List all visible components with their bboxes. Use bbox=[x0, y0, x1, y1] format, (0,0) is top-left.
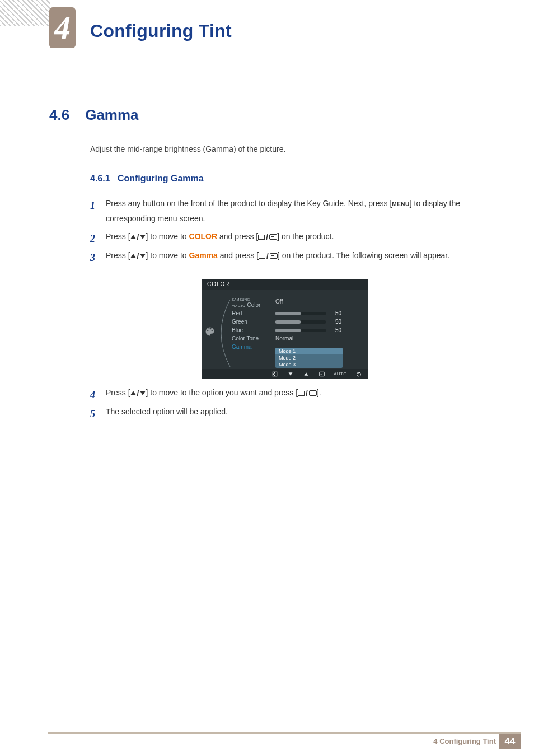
step-text: ] to move to the option you want and pre… bbox=[146, 388, 298, 397]
slider-bar bbox=[275, 312, 326, 315]
section-title: Gamma bbox=[85, 106, 138, 124]
step-number: 4 bbox=[90, 385, 95, 404]
up-down-icon: / bbox=[130, 230, 146, 245]
osd-row-green: Green 50 bbox=[232, 318, 358, 326]
step-text: and press [ bbox=[217, 232, 258, 241]
slider-bar bbox=[275, 329, 326, 332]
up-down-icon: / bbox=[130, 386, 146, 401]
step-number: 3 bbox=[90, 248, 95, 267]
highlight-word: Gamma bbox=[189, 251, 218, 260]
osd-option: Mode 2 bbox=[275, 354, 343, 361]
section-number: 4.6 bbox=[49, 106, 69, 124]
osd-magic-value: Off bbox=[275, 298, 309, 305]
auto-label: AUTO bbox=[334, 371, 347, 376]
highlight-word: COLOR bbox=[189, 232, 218, 241]
up-down-icon: / bbox=[130, 249, 146, 264]
osd-value: 50 bbox=[330, 327, 341, 333]
source-enter-icon: / bbox=[259, 249, 278, 264]
osd-label: Blue bbox=[232, 327, 275, 333]
step-text: The selected option will be applied. bbox=[106, 407, 228, 416]
step-list: 1 Press any button on the front of the p… bbox=[90, 196, 502, 267]
step-4: 4 Press [/] to move to the option you wa… bbox=[90, 385, 502, 401]
step-text: Press [ bbox=[106, 251, 130, 260]
osd-row-blue: Blue 50 bbox=[232, 326, 358, 334]
osd-magic-label: SAMSUNG MAGIC Color bbox=[232, 296, 275, 308]
osd-footer: AUTO bbox=[202, 369, 368, 379]
osd-row-magic: SAMSUNG MAGIC Color Off bbox=[232, 297, 358, 306]
osd-row-colortone: Color Tone Normal bbox=[232, 334, 358, 343]
page-footer: 4 Configuring Tint 44 bbox=[48, 732, 521, 748]
footer-page-number: 44 bbox=[499, 734, 521, 749]
osd-value: Normal bbox=[275, 335, 309, 342]
source-enter-icon: / bbox=[298, 386, 317, 401]
step-1: 1 Press any button on the front of the p… bbox=[90, 196, 502, 226]
subsection-heading: 4.6.1 Configuring Gamma bbox=[90, 174, 204, 184]
step-text: ]. bbox=[317, 388, 321, 397]
osd-option-selected: Mode 1 bbox=[275, 348, 343, 354]
step-text: ] on the product. bbox=[277, 232, 334, 241]
osd-body: SAMSUNG MAGIC Color Off Red 50 Green 50 … bbox=[202, 290, 368, 374]
step-number: 5 bbox=[90, 404, 95, 423]
chapter-number: 4 bbox=[54, 9, 71, 46]
osd-label: Red bbox=[232, 310, 275, 316]
step-text: Press [ bbox=[106, 388, 130, 397]
step-text: ] to move to bbox=[146, 232, 189, 241]
osd-label-selected: Gamma bbox=[232, 344, 275, 350]
osd-gamma-dropdown: Mode 1 Mode 2 Mode 3 bbox=[275, 348, 343, 368]
step-text: Press [ bbox=[106, 232, 130, 241]
step-text: and press [ bbox=[218, 251, 259, 260]
step-list-continued: 4 Press [/] to move to the option you wa… bbox=[90, 385, 502, 422]
subsection-title: Configuring Gamma bbox=[118, 174, 204, 183]
step-3: 3 Press [/] to move to Gamma and press [… bbox=[90, 248, 502, 264]
palette-icon bbox=[205, 326, 215, 337]
osd-option: Mode 3 bbox=[275, 361, 343, 368]
osd-screenshot: COLOR SAMSUNG MAGIC Color Off Red 50 Gre… bbox=[202, 279, 368, 379]
slider-bar bbox=[275, 320, 326, 324]
step-5: 5 The selected option will be applied. bbox=[90, 404, 502, 419]
osd-title: COLOR bbox=[202, 279, 368, 290]
power-icon bbox=[355, 371, 363, 377]
step-text: Press any button on the front of the pro… bbox=[106, 199, 392, 208]
section-heading: 4.6 Gamma bbox=[49, 106, 139, 124]
osd-value: 50 bbox=[330, 310, 341, 316]
corner-hatch bbox=[0, 0, 50, 26]
footer-chapter: 4 Configuring Tint bbox=[433, 737, 496, 745]
up-icon bbox=[302, 371, 310, 377]
step-number: 1 bbox=[90, 196, 95, 215]
source-enter-icon: / bbox=[258, 230, 277, 245]
step-2: 2 Press [/] to move to COLOR and press [… bbox=[90, 229, 502, 245]
chapter-badge: 4 bbox=[49, 7, 76, 48]
back-icon bbox=[271, 371, 279, 377]
step-text: ] on the product. The following screen w… bbox=[278, 251, 449, 260]
step-text: ] to move to bbox=[146, 251, 189, 260]
osd-menu-curve bbox=[220, 300, 232, 367]
menu-label: MENU bbox=[392, 201, 409, 207]
down-icon bbox=[287, 371, 294, 377]
enter-icon bbox=[318, 371, 326, 377]
osd-row-red: Red 50 bbox=[232, 309, 358, 318]
osd-value: 50 bbox=[330, 319, 341, 325]
subsection-number: 4.6.1 bbox=[90, 174, 110, 183]
step-number: 2 bbox=[90, 229, 95, 248]
osd-label: Green bbox=[232, 319, 275, 325]
page-title: Configuring Tint bbox=[90, 21, 232, 41]
section-intro: Adjust the mid-range brightness (Gamma) … bbox=[90, 143, 285, 155]
osd-label: Color Tone bbox=[232, 335, 275, 342]
